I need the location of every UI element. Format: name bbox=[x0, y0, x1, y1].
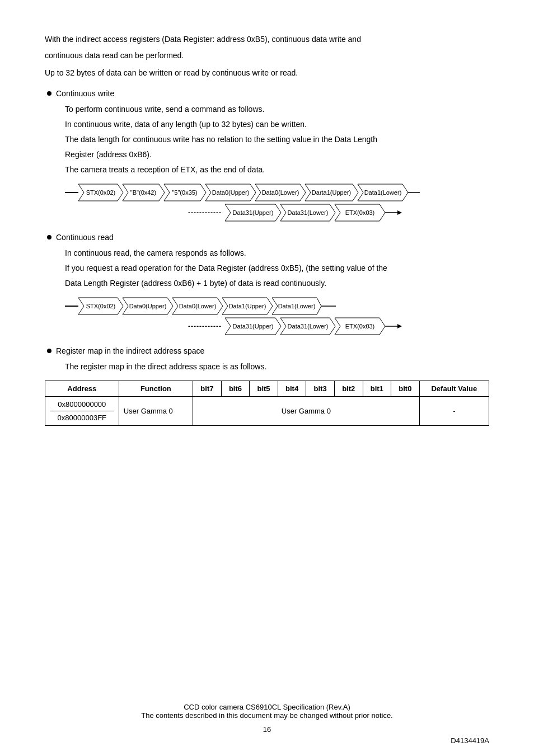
col-bit4: bit4 bbox=[278, 381, 306, 397]
col-bit0: bit0 bbox=[391, 381, 420, 397]
svg-text:ETX(0x03): ETX(0x03) bbox=[345, 209, 375, 216]
register-map-para: The register map in the direct address s… bbox=[65, 361, 489, 373]
dashes-2: ------------ bbox=[188, 322, 222, 330]
svg-text:Data31(Lower): Data31(Lower) bbox=[288, 209, 329, 216]
cw-para4: The camera treats a reception of ETX, as… bbox=[65, 164, 489, 176]
continuous-write-header: Continuous write bbox=[45, 89, 489, 98]
svg-text:"5"(0x35): "5"(0x35) bbox=[172, 189, 197, 196]
register-table: Address Function bit7 bit6 bit5 bit4 bit… bbox=[45, 381, 489, 426]
address-cell: 0x8000000000 0x80000003FF bbox=[45, 397, 119, 426]
write-diagram: STX(0x02) "B"(0x42) "5"(0x35) bbox=[65, 184, 489, 222]
register-map-section: Register map in the indirect address spa… bbox=[45, 346, 489, 426]
cr-para2: If you request a read operation for the … bbox=[65, 262, 489, 274]
read-row1-svg: STX(0x02) Data0(Upper) Data0(Lower) bbox=[78, 297, 392, 315]
continuous-read-section: Continuous read In continuous read, the … bbox=[45, 233, 489, 335]
cr-para1: In continuous read, the camera responds … bbox=[65, 247, 489, 259]
intro-line1: With the indirect access registers (Data… bbox=[45, 34, 489, 45]
address-top: 0x8000000000 bbox=[50, 400, 114, 411]
write-diagram-row1: STX(0x02) "B"(0x42) "5"(0x35) bbox=[65, 184, 489, 201]
continuous-read-title: Continuous read bbox=[56, 233, 114, 242]
continuous-write-section: Continuous write To perform continuous w… bbox=[45, 89, 489, 222]
line-start-1 bbox=[65, 192, 78, 193]
bullet-dot-write bbox=[47, 91, 51, 96]
svg-text:Data0(Upper): Data0(Upper) bbox=[129, 303, 167, 309]
read-row2-svg: Data31(Upper) Data31(Lower) ETX(0x03) bbox=[225, 317, 466, 335]
read-line-start bbox=[65, 306, 78, 307]
write-row1-svg: STX(0x02) "B"(0x42) "5"(0x35) bbox=[78, 184, 481, 201]
col-bit2: bit2 bbox=[334, 381, 363, 397]
bullet-dot-register bbox=[47, 349, 51, 353]
svg-text:Data31(Lower): Data31(Lower) bbox=[288, 323, 329, 330]
gamma-span-cell: User Gamma 0 bbox=[193, 397, 420, 426]
svg-text:ETX(0x03): ETX(0x03) bbox=[345, 323, 375, 330]
function-cell: User Gamma 0 bbox=[119, 397, 193, 426]
register-map-header: Register map in the indirect address spa… bbox=[45, 346, 489, 355]
dashes-1: ------------ bbox=[188, 209, 222, 217]
table-header-row: Address Function bit7 bit6 bit5 bit4 bit… bbox=[45, 381, 489, 397]
write-diagram-row2: ------------ Data31(Upper) Data31(Lower) bbox=[65, 204, 489, 222]
intro-line2: continuous data read can be performed. bbox=[45, 50, 489, 62]
svg-text:STX(0x02): STX(0x02) bbox=[86, 303, 116, 309]
intro-line3: Up to 32 bytes of data can be written or… bbox=[45, 67, 489, 79]
cw-para3b: Register (address 0xB6). bbox=[65, 149, 489, 161]
cw-para3: The data length for continuous write has… bbox=[65, 134, 489, 145]
read-diagram-row2: ------------ Data31(Upper) Data31(Lower) bbox=[65, 317, 489, 335]
footer-line2: The contents described in this document … bbox=[0, 711, 534, 720]
write-row2-svg: Data31(Upper) Data31(Lower) ETX(0x03) bbox=[225, 204, 466, 222]
svg-text:Data31(Upper): Data31(Upper) bbox=[233, 209, 274, 216]
continuous-write-title: Continuous write bbox=[56, 89, 114, 98]
svg-text:Data0(Upper): Data0(Upper) bbox=[212, 189, 250, 196]
doc-number: D4134419A bbox=[451, 736, 489, 745]
page-number: 16 bbox=[0, 725, 534, 734]
col-bit7: bit7 bbox=[193, 381, 222, 397]
svg-marker-22 bbox=[397, 210, 402, 215]
svg-text:"B"(0x42): "B"(0x42) bbox=[130, 189, 156, 196]
bullet-dot-read bbox=[47, 235, 51, 240]
footer-line1: CCD color camera CS6910CL Specification … bbox=[0, 703, 534, 711]
cw-para2: In continuous write, data of any length … bbox=[65, 119, 489, 130]
read-diagram-row1: STX(0x02) Data0(Upper) Data0(Lower) bbox=[65, 297, 489, 315]
col-default: Default Value bbox=[419, 381, 489, 397]
address-bottom: 0x80000003FF bbox=[50, 414, 114, 422]
default-cell: - bbox=[419, 397, 489, 426]
svg-text:Data1(Upper): Data1(Upper) bbox=[229, 303, 266, 309]
svg-text:Data0(Lower): Data0(Lower) bbox=[179, 303, 217, 309]
svg-text:Data31(Upper): Data31(Upper) bbox=[233, 323, 274, 330]
svg-text:Data1(Lower): Data1(Lower) bbox=[364, 189, 402, 196]
register-map-title: Register map in the indirect address spa… bbox=[56, 346, 204, 355]
svg-text:Data1(Lower): Data1(Lower) bbox=[278, 303, 316, 309]
svg-text:STX(0x02): STX(0x02) bbox=[86, 189, 116, 196]
col-address: Address bbox=[45, 381, 119, 397]
cr-para2b: Data Length Register (address 0xB6) + 1 … bbox=[65, 278, 489, 289]
page-content: With the indirect access registers (Data… bbox=[0, 0, 534, 478]
table-row: 0x8000000000 0x80000003FF User Gamma 0 U… bbox=[45, 397, 489, 426]
col-bit1: bit1 bbox=[363, 381, 391, 397]
col-bit5: bit5 bbox=[250, 381, 278, 397]
svg-text:Darta1(Upper): Darta1(Upper) bbox=[312, 189, 351, 196]
footer: CCD color camera CS6910CL Specification … bbox=[0, 703, 534, 734]
svg-marker-41 bbox=[397, 324, 402, 328]
col-function: Function bbox=[119, 381, 193, 397]
continuous-read-header: Continuous read bbox=[45, 233, 489, 242]
svg-text:Data0(Lower): Data0(Lower) bbox=[262, 189, 299, 196]
read-diagram: STX(0x02) Data0(Upper) Data0(Lower) bbox=[65, 297, 489, 335]
col-bit6: bit6 bbox=[221, 381, 250, 397]
col-bit3: bit3 bbox=[306, 381, 335, 397]
cw-para1: To perform continuous write, send a comm… bbox=[65, 104, 489, 115]
